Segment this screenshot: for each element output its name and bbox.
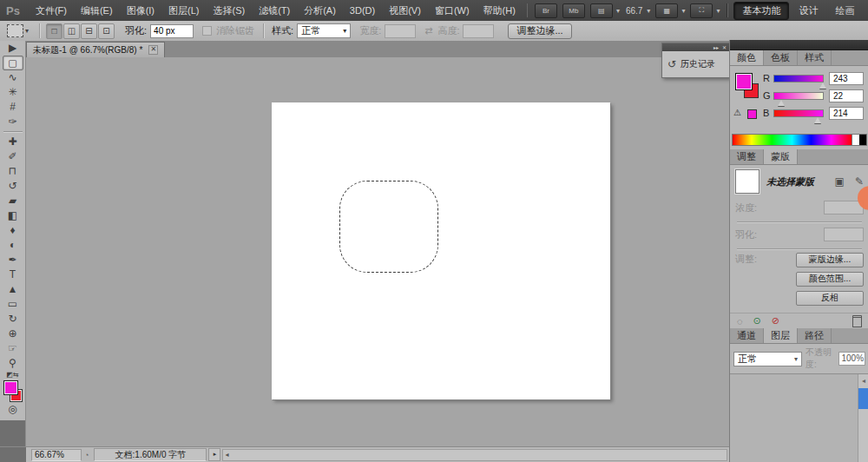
foreground-color-swatch[interactable]: [3, 380, 18, 395]
tab-styles[interactable]: 样式: [798, 50, 832, 65]
spot-healing-brush-tool[interactable]: ✚: [3, 135, 23, 149]
blue-slider[interactable]: [773, 109, 824, 117]
status-zoom-input[interactable]: 66.67%: [31, 449, 82, 461]
dock-header[interactable]: [730, 40, 868, 50]
subtract-from-selection-button[interactable]: ⊟: [81, 23, 97, 39]
spectrum-black[interactable]: [859, 135, 866, 145]
antialias-checkbox[interactable]: [202, 26, 212, 36]
document-close-icon[interactable]: ✕: [148, 45, 158, 55]
menu-3d[interactable]: 3D(D): [343, 1, 382, 21]
move-tool[interactable]: ▶: [3, 41, 23, 56]
tab-color[interactable]: 颜色: [730, 50, 764, 65]
menu-window[interactable]: 窗口(W): [428, 1, 477, 21]
add-vector-mask-icon[interactable]: ✎: [855, 175, 864, 188]
workspace-design-button[interactable]: 设计: [791, 3, 825, 19]
document-horizontal-scrollbar[interactable]: ◂: [222, 449, 727, 461]
3d-orbit-tool[interactable]: ⊕: [3, 327, 23, 341]
tab-swatches[interactable]: 色板: [764, 50, 798, 65]
collapse-panel-icon[interactable]: ▸▸: [713, 44, 719, 51]
dodge-tool[interactable]: ◐: [3, 238, 23, 253]
3d-rotate-tool[interactable]: ↻: [3, 312, 23, 327]
workspace-essentials-button[interactable]: 基本功能: [733, 2, 789, 20]
history-panel-body[interactable]: ↺ 历史记录: [662, 51, 729, 77]
quick-mask-button[interactable]: ◎: [3, 402, 23, 417]
tab-adjustments[interactable]: 调整: [730, 149, 764, 164]
menu-edit[interactable]: 编辑(E): [74, 1, 120, 21]
view-extras-dropdown-icon[interactable]: ▾: [681, 7, 685, 15]
history-brush-tool[interactable]: ↺: [3, 179, 23, 194]
mask-thumbnail[interactable]: [735, 169, 760, 194]
tab-paths[interactable]: 路径: [798, 328, 832, 343]
menu-image[interactable]: 图像(I): [120, 1, 161, 21]
canvas-workspace[interactable]: [26, 57, 729, 447]
gamut-warning-icon[interactable]: ⚠: [733, 108, 741, 117]
workspace-photography-button[interactable]: 摄影: [864, 3, 868, 19]
clone-stamp-tool[interactable]: ⊓: [3, 164, 23, 179]
status-menu-icon[interactable]: ▸: [208, 448, 220, 461]
color-range-button[interactable]: 颜色范围...: [796, 272, 864, 287]
tab-layers[interactable]: 图层: [764, 328, 798, 343]
tab-masks[interactable]: 蒙版: [764, 149, 798, 164]
zoom-dropdown-icon[interactable]: ▾: [647, 7, 650, 15]
menu-layer[interactable]: 图层(L): [161, 1, 206, 21]
color-spectrum-bar[interactable]: [732, 134, 867, 146]
gradient-tool[interactable]: ◧: [3, 208, 23, 223]
document-tab[interactable]: 未标题-1 @ 66.7%(RGB/8) * ✕: [26, 42, 165, 57]
mini-bridge-icon[interactable]: Mb: [562, 3, 585, 18]
bridge-icon[interactable]: Br: [535, 3, 557, 18]
new-selection-button[interactable]: □: [46, 23, 62, 39]
menu-file[interactable]: 文件(F): [29, 1, 74, 21]
tab-channels[interactable]: 通道: [730, 328, 764, 343]
menu-help[interactable]: 帮助(H): [477, 1, 523, 21]
view-extras-icon[interactable]: ▦: [655, 3, 678, 18]
eraser-tool[interactable]: ▰: [3, 194, 23, 208]
mask-edge-button[interactable]: 蒙版边缘...: [796, 253, 864, 267]
screen-mode-icon[interactable]: ⛶: [690, 3, 713, 18]
brush-tool[interactable]: ✐: [3, 149, 23, 164]
red-slider[interactable]: [773, 75, 824, 82]
gamut-swatch[interactable]: [747, 109, 757, 119]
tool-preset-dropdown-icon[interactable]: ▾: [25, 27, 29, 35]
blend-mode-select[interactable]: 正常 ▾: [733, 352, 802, 366]
arrange-dropdown-icon[interactable]: ▾: [616, 7, 620, 15]
pen-tool[interactable]: ✒: [3, 253, 23, 267]
opacity-input[interactable]: 100%: [838, 352, 865, 366]
magic-wand-tool[interactable]: ✳: [3, 85, 23, 100]
lasso-tool[interactable]: ∿: [3, 70, 23, 85]
swap-colors-icon[interactable]: ⇆: [13, 371, 19, 379]
red-value-input[interactable]: 243: [829, 72, 864, 85]
marquee-tool-preset-icon[interactable]: [7, 24, 23, 37]
zoom-tool[interactable]: ⚲: [3, 356, 23, 371]
zoom-level-control[interactable]: 66.7: [626, 6, 642, 16]
hand-tool[interactable]: ☞: [3, 341, 23, 356]
delete-mask-icon[interactable]: [852, 315, 862, 327]
menu-select[interactable]: 选择(S): [206, 1, 252, 21]
disable-mask-icon[interactable]: ⊘: [772, 315, 779, 327]
selected-panel-item[interactable]: [858, 388, 868, 409]
workspace-painting-button[interactable]: 绘画: [827, 3, 862, 19]
default-colors-icon[interactable]: ◩: [6, 371, 13, 379]
menu-view[interactable]: 视图(V): [382, 1, 428, 21]
crop-tool[interactable]: #: [3, 100, 23, 115]
style-select[interactable]: 正常 ▾: [297, 23, 351, 38]
load-selection-from-mask-icon[interactable]: ◌: [737, 316, 743, 327]
marquee-selection[interactable]: [339, 181, 438, 273]
swap-dimensions-icon[interactable]: ⇄: [424, 25, 432, 36]
spectrum-white[interactable]: [852, 135, 859, 145]
panel-foreground-swatch[interactable]: [735, 73, 753, 90]
spectrum-gradient[interactable]: [733, 135, 852, 145]
close-panel-icon[interactable]: ✕: [722, 44, 727, 51]
canvas[interactable]: [272, 102, 610, 399]
arrange-documents-icon[interactable]: ▤: [590, 3, 613, 18]
menu-analysis[interactable]: 分析(A): [297, 1, 343, 21]
add-pixel-mask-icon[interactable]: ▣: [835, 175, 845, 188]
green-value-input[interactable]: 22: [829, 89, 864, 102]
layers-list[interactable]: ◂ ≡: [730, 373, 868, 462]
intersect-selection-button[interactable]: ⊡: [98, 23, 115, 39]
menu-filter[interactable]: 滤镜(T): [252, 1, 297, 21]
rectangular-marquee-tool[interactable]: ▢: [3, 56, 23, 70]
apply-mask-icon[interactable]: ⊙: [753, 315, 761, 327]
eyedropper-tool[interactable]: ✑: [3, 115, 23, 129]
screen-mode-dropdown-icon[interactable]: ▾: [716, 7, 720, 15]
green-slider[interactable]: [773, 92, 824, 100]
